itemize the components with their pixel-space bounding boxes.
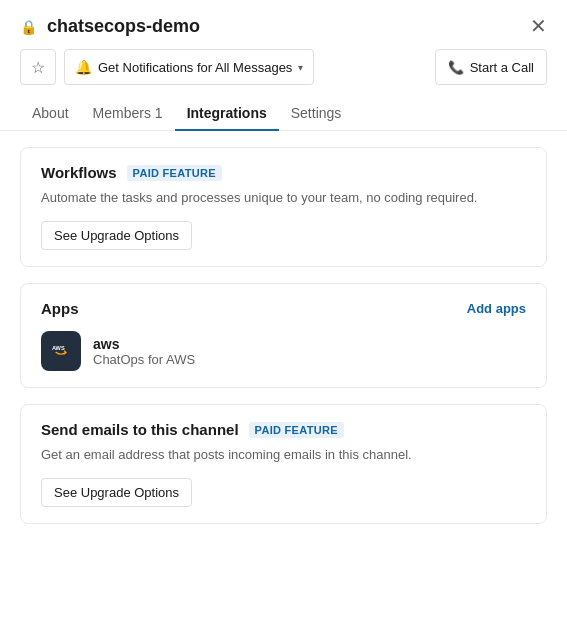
tab-settings[interactable]: Settings (279, 97, 354, 131)
workflows-card: Workflows PAID FEATURE Automate the task… (20, 147, 547, 267)
close-icon: ✕ (530, 15, 547, 37)
email-title: Send emails to this channel (41, 421, 239, 438)
call-label: Start a Call (470, 60, 534, 75)
notification-label: Get Notifications for All Messages (98, 60, 292, 75)
channel-title: chatsecops-demo (47, 16, 547, 37)
apps-title: Apps (41, 300, 79, 317)
chevron-down-icon: ▾ (298, 62, 303, 73)
bell-icon: 🔔 (75, 59, 92, 75)
modal-header: 🔒 chatsecops-demo ✕ (0, 0, 567, 37)
app-item-aws: AWS aws ChatOps for AWS (41, 331, 526, 371)
aws-app-info: aws ChatOps for AWS (93, 336, 195, 367)
workflows-title: Workflows (41, 164, 117, 181)
workflows-upgrade-button[interactable]: See Upgrade Options (41, 221, 192, 250)
star-button[interactable]: ☆ (20, 49, 56, 85)
add-apps-link[interactable]: Add apps (467, 301, 526, 316)
workflows-paid-badge: PAID FEATURE (127, 165, 222, 181)
tab-integrations[interactable]: Integrations (175, 97, 279, 131)
aws-app-name: aws (93, 336, 195, 352)
notification-button[interactable]: 🔔 Get Notifications for All Messages ▾ (64, 49, 314, 85)
phone-icon: 📞 (448, 60, 464, 75)
email-paid-badge: PAID FEATURE (249, 422, 344, 438)
apps-card-header: Apps Add apps (41, 300, 526, 317)
tabs-bar: About Members 1 Integrations Settings (0, 97, 567, 131)
email-card-header: Send emails to this channel PAID FEATURE (41, 421, 526, 438)
svg-text:AWS: AWS (52, 345, 65, 351)
apps-card: Apps Add apps AWS aws ChatOps fo (20, 283, 547, 388)
start-call-button[interactable]: 📞 Start a Call (435, 49, 547, 85)
workflows-card-header: Workflows PAID FEATURE (41, 164, 526, 181)
aws-logo-svg: AWS (47, 337, 75, 365)
workflows-description: Automate the tasks and processes unique … (41, 189, 526, 207)
email-description: Get an email address that posts incoming… (41, 446, 526, 464)
email-card: Send emails to this channel PAID FEATURE… (20, 404, 547, 524)
lock-icon: 🔒 (20, 19, 37, 35)
aws-app-subtitle: ChatOps for AWS (93, 352, 195, 367)
aws-app-icon: AWS (41, 331, 81, 371)
tab-members[interactable]: Members 1 (81, 97, 175, 131)
modal-container: 🔒 chatsecops-demo ✕ ☆ 🔔 Get Notification… (0, 0, 567, 623)
email-upgrade-button[interactable]: See Upgrade Options (41, 478, 192, 507)
action-bar: ☆ 🔔 Get Notifications for All Messages ▾… (0, 37, 567, 97)
tab-about[interactable]: About (20, 97, 81, 131)
close-button[interactable]: ✕ (526, 12, 551, 40)
star-icon: ☆ (31, 58, 45, 77)
content-area: Workflows PAID FEATURE Automate the task… (0, 131, 567, 623)
